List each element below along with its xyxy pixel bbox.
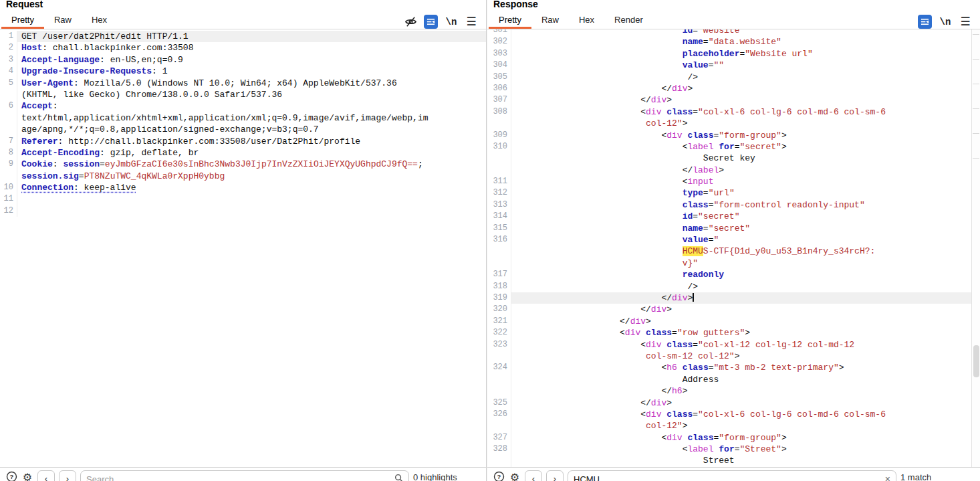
menu-icon[interactable]: ☰ (465, 15, 478, 29)
response-editor[interactable]: 301 id="website"302 name="data.website"3… (487, 29, 980, 467)
code-line[interactable]: 1GET /user/dat2Phit/edit HTTP/1.1 (0, 31, 486, 42)
code-line[interactable]: 321 </div> (487, 316, 971, 327)
line-number: 307 (487, 94, 511, 106)
code-line[interactable]: 307 </div> (487, 94, 971, 106)
prev-match-button[interactable]: ‹ (525, 470, 542, 481)
code-line[interactable]: 304 value="" (487, 60, 971, 71)
search-input[interactable]: HCMU × (568, 470, 896, 481)
code-line[interactable]: 318 /> (487, 281, 971, 292)
code-line[interactable]: (KHTML, like Gecko) Chrome/138.0.0.0 Saf… (0, 89, 486, 100)
code-line[interactable]: 11 (0, 193, 486, 205)
tab-hex[interactable]: Hex (82, 12, 117, 29)
code-line[interactable]: 309 <div class="form-group"> (487, 130, 971, 141)
code-line[interactable]: col-sm-12 col-12"> (487, 351, 971, 362)
scrollbar-track[interactable] (971, 29, 980, 467)
code-line[interactable]: 4Upgrade-Insecure-Requests: 1 (0, 66, 486, 77)
eye-off-icon[interactable] (404, 15, 417, 29)
code-line[interactable]: session.sig=PT8NZuTWC_4qKWLa0rXppH0ybbg (0, 171, 486, 182)
code-line[interactable]: 2Host: chall.blackpinker.com:33508 (0, 42, 486, 54)
line-number: 317 (487, 269, 511, 280)
code-line[interactable]: 306 </div> (487, 83, 971, 94)
code-line[interactable]: </h6> (487, 385, 971, 397)
response-panel: Response Pretty Raw Hex Render \n ☰ 301 (487, 0, 980, 481)
code-line[interactable]: 10Connection: keep-alive (0, 182, 486, 193)
line-number (487, 153, 511, 164)
tab-render[interactable]: Render (604, 12, 653, 29)
code-line[interactable]: col-12"> (487, 420, 971, 431)
code-line[interactable]: HCMUS-CTF{D1d_y0u_u53_B1n4ry_s34rcH?: (487, 246, 971, 257)
code-line[interactable]: 325 </div> (487, 397, 971, 409)
response-search-bar: ? ⚙ ‹ › HCMU × 1 match (487, 467, 980, 481)
code-line[interactable]: text/html,application/xhtml+xml,applicat… (0, 112, 486, 124)
line-number: 327 (487, 432, 511, 444)
code-line[interactable]: 324 <h6 class="mt-3 mb-2 text-primary"> (487, 362, 971, 373)
newline-icon[interactable]: \n (939, 15, 952, 29)
code-line[interactable]: 305 /> (487, 72, 971, 83)
code-line[interactable]: 317 readonly (487, 269, 971, 280)
code-line[interactable]: 5User-Agent: Mozilla/5.0 (Windows NT 10.… (0, 78, 486, 89)
code-line[interactable]: 319 </div> (487, 292, 971, 304)
search-input[interactable]: Search (80, 470, 409, 481)
code-line[interactable]: 12 (0, 205, 486, 217)
help-icon[interactable]: ? (5, 470, 17, 481)
tab-raw[interactable]: Raw (531, 12, 569, 29)
code-line[interactable]: 315 name="secret" (487, 223, 971, 234)
code-line[interactable]: 8Accept-Encoding: gzip, deflate, br (0, 147, 486, 159)
code-line[interactable]: age/apng,*/*;q=0.8,application/signed-ex… (0, 124, 486, 135)
tab-raw[interactable]: Raw (44, 12, 82, 29)
code-line[interactable]: 308 <div class="col-xl-6 col-lg-6 col-md… (487, 106, 971, 118)
tab-pretty[interactable]: Pretty (1, 12, 44, 29)
gear-icon[interactable]: ⚙ (21, 470, 33, 481)
line-number: 3 (0, 54, 17, 66)
code-line[interactable]: col-12"> (487, 118, 971, 129)
prev-match-button[interactable]: ‹ (37, 470, 55, 481)
code-line[interactable]: 6Accept: (0, 100, 486, 112)
code-line[interactable]: </label> (487, 165, 971, 176)
line-number: 311 (487, 176, 511, 187)
code-line[interactable]: 7Referer: http://chall.blackpinker.com:3… (0, 136, 486, 147)
response-tab-bar: Pretty Raw Hex Render \n ☰ (487, 11, 980, 29)
code-line[interactable]: 302 name="data.website" (487, 36, 971, 47)
code-line[interactable]: 314 id="secret" (487, 211, 971, 222)
code-line[interactable]: Address (487, 374, 971, 385)
line-number: 321 (487, 316, 511, 327)
code-line[interactable]: 320 </div> (487, 304, 971, 315)
scrollbar-thumb[interactable] (973, 345, 979, 377)
line-number (487, 385, 511, 397)
request-search-bar: ? ⚙ ‹ › Search 0 highlights (0, 467, 486, 481)
line-number: 312 (487, 187, 511, 199)
request-panel: Request Pretty Raw Hex (0, 0, 487, 481)
gear-icon[interactable]: ⚙ (509, 470, 521, 481)
next-match-button[interactable]: › (59, 470, 76, 481)
code-line[interactable]: Street (487, 455, 971, 466)
code-line[interactable]: 327 <div class="form-group"> (487, 432, 971, 444)
prettify-icon[interactable] (424, 15, 438, 29)
menu-icon[interactable]: ☰ (959, 15, 972, 29)
next-match-button[interactable]: › (546, 470, 564, 481)
line-number: 309 (487, 130, 511, 141)
code-line[interactable]: 322 <div class="row gutters"> (487, 327, 971, 339)
code-line[interactable]: 310 <label for="secret"> (487, 141, 971, 153)
line-number: 314 (487, 211, 511, 222)
code-line[interactable]: 316 value=" (487, 234, 971, 246)
tab-pretty[interactable]: Pretty (489, 12, 531, 29)
help-icon[interactable]: ? (493, 470, 505, 481)
clear-search-icon[interactable]: × (885, 474, 890, 481)
prettify-icon[interactable] (918, 15, 932, 29)
code-line[interactable]: 9Cookie: session=eyJmbGFzaCI6e30sInBhc3N… (0, 159, 486, 170)
newline-icon[interactable]: \n (445, 15, 458, 29)
code-line[interactable]: 311 <input (487, 176, 971, 187)
code-line[interactable]: Secret key (487, 153, 971, 164)
line-number (487, 455, 511, 466)
code-line[interactable]: 303 placeholder="Website url" (487, 48, 971, 60)
code-line[interactable]: 323 <div class="col-xl-12 col-lg-12 col-… (487, 339, 971, 351)
code-line[interactable]: 312 type="url" (487, 187, 971, 199)
code-line[interactable]: 326 <div class="col-xl-6 col-lg-6 col-md… (487, 409, 971, 420)
code-line[interactable]: 328 <label for="Street"> (487, 444, 971, 455)
code-line[interactable]: 313 class="form-control readonly-input" (487, 199, 971, 211)
request-editor[interactable]: 1GET /user/dat2Phit/edit HTTP/1.12Host: … (0, 29, 486, 467)
code-line[interactable]: 3Accept-Language: en-US,en;q=0.9 (0, 54, 486, 66)
tab-hex[interactable]: Hex (569, 12, 604, 29)
code-line[interactable]: 301 id="website" (487, 29, 971, 36)
code-line[interactable]: v}" (487, 258, 971, 269)
